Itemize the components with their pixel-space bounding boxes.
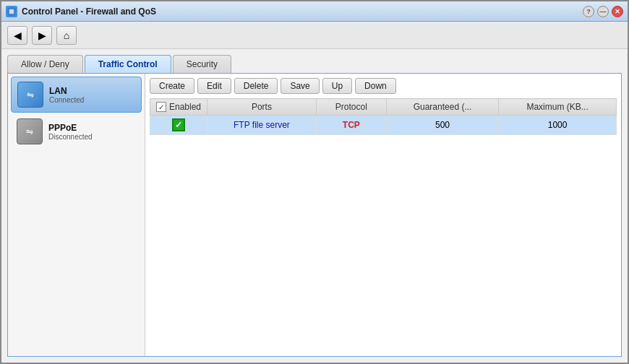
window-title: Control Panel - Firewall and QoS — [22, 6, 156, 17]
cell-maximum: 1000 — [499, 116, 617, 135]
col-maximum: Maximum (KB... — [499, 99, 617, 116]
tab-traffic-control[interactable]: Traffic Control — [85, 55, 171, 73]
action-bar: Create Edit Delete Save Up Down — [150, 78, 617, 94]
lan-name: LAN — [49, 86, 84, 96]
tab-security[interactable]: Security — [173, 55, 231, 73]
title-bar-left: Control Panel - Firewall and QoS — [6, 6, 156, 17]
create-button[interactable]: Create — [150, 78, 194, 94]
cell-enabled: ✓ — [150, 116, 207, 135]
minimize-button[interactable]: — — [597, 6, 609, 17]
interface-list: ⇋ LAN Connected ⇋ — [8, 74, 145, 356]
pppoe-name: PPPoE — [48, 123, 93, 133]
back-button[interactable]: ◀ — [7, 26, 27, 45]
cell-ports: FTP file server — [207, 116, 317, 135]
toolbar: ◀ ▶ ⌂ — [1, 22, 628, 49]
table-row[interactable]: ✓ FTP file server TCP 500 1000 — [150, 116, 617, 135]
tabs: Allow / Deny Traffic Control Security — [7, 55, 622, 73]
main-window: Control Panel - Firewall and QoS ? — ✕ ◀… — [0, 0, 629, 364]
enabled-checkbox: ✓ — [172, 118, 185, 131]
pppoe-info: PPPoE Disconnected — [48, 123, 93, 141]
tab-allow-deny[interactable]: Allow / Deny — [7, 55, 83, 73]
delete-button[interactable]: Delete — [234, 78, 278, 94]
col-ports: Ports — [207, 99, 317, 116]
right-panel: Create Edit Delete Save Up Down ✓ — [145, 74, 621, 356]
pppoe-status: Disconnected — [48, 133, 93, 141]
help-button[interactable]: ? — [583, 6, 594, 17]
close-button[interactable]: ✕ — [612, 6, 623, 17]
col-enabled: ✓ Enabled — [150, 99, 207, 116]
main-panel: ⇋ LAN Connected ⇋ — [7, 73, 622, 357]
lan-status: Connected — [49, 96, 84, 104]
pppoe-icon: ⇋ — [17, 118, 43, 144]
forward-button[interactable]: ▶ — [32, 26, 52, 45]
lan-icon: ⇋ — [17, 82, 43, 108]
save-button[interactable]: Save — [281, 78, 319, 94]
enabled-header-checkbox[interactable]: ✓ — [156, 102, 166, 112]
svg-rect-1 — [9, 9, 14, 14]
cell-guaranteed: 500 — [386, 116, 498, 135]
col-guaranteed: Guaranteed (... — [386, 99, 498, 116]
interface-item-pppoe[interactable]: ⇋ PPPoE Disconnected — [11, 114, 142, 149]
home-button[interactable]: ⌂ — [56, 26, 77, 45]
cell-protocol: TCP — [316, 116, 386, 135]
interface-item-lan[interactable]: ⇋ LAN Connected — [11, 77, 142, 113]
content-area: Allow / Deny Traffic Control Security ⇋ … — [1, 49, 628, 363]
traffic-table: ✓ Enabled Ports Protocol Guaranteed (...… — [150, 98, 617, 135]
title-bar-controls: ? — ✕ — [583, 6, 623, 17]
col-protocol: Protocol — [316, 99, 386, 116]
app-icon — [6, 6, 17, 17]
lan-info: LAN Connected — [49, 86, 84, 104]
up-button[interactable]: Up — [322, 78, 352, 94]
edit-button[interactable]: Edit — [197, 78, 231, 94]
title-bar: Control Panel - Firewall and QoS ? — ✕ — [1, 1, 628, 22]
down-button[interactable]: Down — [355, 78, 396, 94]
